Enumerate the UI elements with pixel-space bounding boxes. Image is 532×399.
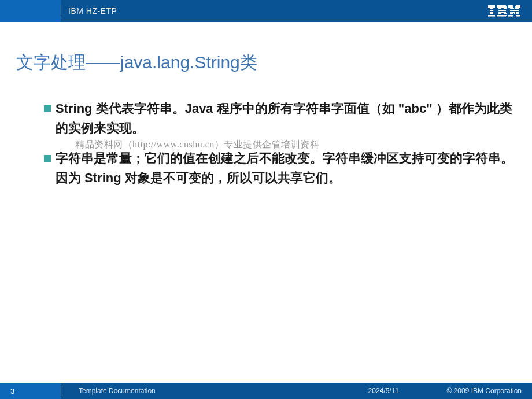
svg-rect-29 — [514, 13, 515, 14]
footer-accent: 3 — [0, 383, 61, 399]
svg-rect-28 — [510, 13, 513, 14]
slide-content: 文字处理——java.lang.String类 String 类代表字符串。Ja… — [0, 22, 532, 188]
svg-rect-9 — [497, 6, 507, 8]
svg-rect-13 — [498, 12, 506, 13]
svg-rect-3 — [490, 10, 493, 11]
ibm-logo-icon — [488, 5, 520, 17]
header-bar: IBM HZ-ETP — [0, 0, 532, 22]
svg-rect-33 — [508, 17, 513, 18]
svg-rect-21 — [515, 6, 520, 8]
svg-rect-6 — [488, 15, 495, 16]
svg-rect-11 — [504, 8, 507, 9]
svg-rect-0 — [488, 5, 495, 6]
bullet-list: String 类代表字符串。Java 程序中的所有字符串字面值（如 "abc" … — [17, 99, 515, 188]
svg-rect-16 — [497, 15, 507, 16]
svg-rect-24 — [510, 10, 519, 11]
footer-divider — [61, 386, 61, 396]
svg-rect-12 — [498, 10, 506, 11]
header-accent — [0, 0, 61, 22]
svg-rect-7 — [488, 17, 495, 18]
svg-rect-23 — [515, 8, 519, 9]
page-number: 3 — [10, 387, 14, 396]
svg-rect-15 — [504, 13, 507, 14]
footer-copyright: © 2009 IBM Corporation — [446, 387, 522, 395]
footer-bar: 3 Template Documentation 2024/5/11 © 200… — [0, 383, 532, 399]
slide-title: 文字处理——java.lang.String类 — [16, 51, 515, 75]
svg-rect-4 — [490, 12, 493, 13]
svg-rect-17 — [497, 17, 506, 18]
svg-rect-1 — [488, 6, 495, 8]
header-divider — [61, 5, 61, 17]
svg-rect-32 — [516, 15, 520, 16]
svg-rect-10 — [498, 8, 501, 9]
footer-doc-title: Template Documentation — [79, 387, 156, 395]
svg-rect-34 — [516, 17, 520, 18]
slide-title-text: 文字处理——java.lang.String类 — [16, 53, 257, 72]
svg-rect-5 — [490, 13, 493, 14]
svg-rect-25 — [510, 12, 513, 13]
svg-rect-31 — [508, 15, 513, 16]
svg-rect-27 — [516, 12, 519, 13]
svg-rect-22 — [510, 8, 514, 9]
svg-rect-19 — [516, 5, 520, 6]
svg-rect-18 — [508, 5, 513, 6]
bullet-item: 字符串是常量；它们的值在创建之后不能改变。字符串缓冲区支持可变的字符串。因为 S… — [45, 149, 515, 188]
svg-rect-30 — [516, 13, 519, 14]
svg-rect-20 — [508, 6, 513, 8]
header-title: IBM HZ-ETP — [68, 6, 117, 16]
svg-rect-8 — [497, 5, 506, 6]
svg-rect-14 — [498, 13, 501, 14]
svg-rect-26 — [513, 12, 515, 13]
footer-date: 2024/5/11 — [368, 387, 399, 395]
bullet-item: String 类代表字符串。Java 程序中的所有字符串字面值（如 "abc" … — [45, 99, 515, 138]
svg-rect-2 — [490, 8, 493, 9]
